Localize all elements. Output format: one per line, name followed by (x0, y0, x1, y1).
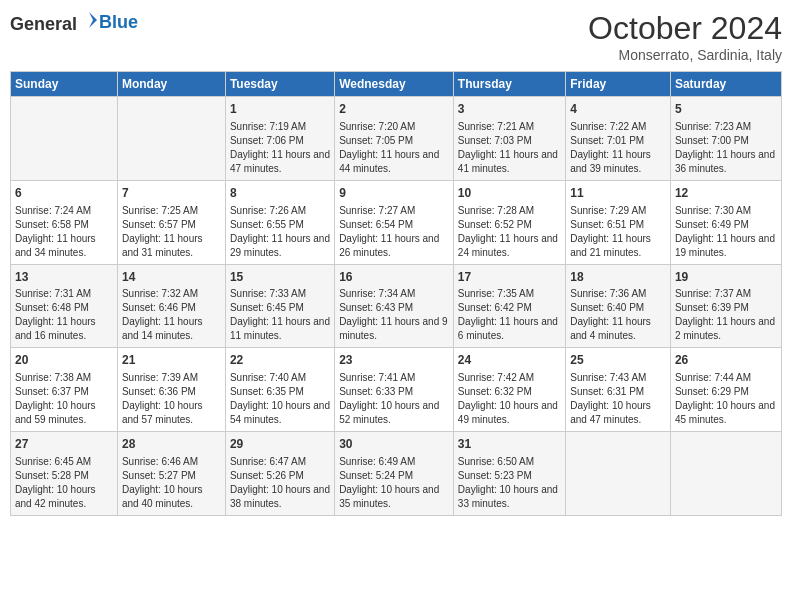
day-detail: Daylight: 11 hours and 24 minutes. (458, 232, 561, 260)
calendar-cell (670, 432, 781, 516)
day-header-wednesday: Wednesday (335, 72, 454, 97)
day-number: 19 (675, 269, 777, 286)
day-detail: Daylight: 11 hours and 4 minutes. (570, 315, 666, 343)
day-detail: Sunrise: 7:36 AM (570, 287, 666, 301)
calendar-cell: 2Sunrise: 7:20 AMSunset: 7:05 PMDaylight… (335, 97, 454, 181)
day-number: 21 (122, 352, 221, 369)
day-header-monday: Monday (117, 72, 225, 97)
day-detail: Daylight: 10 hours and 40 minutes. (122, 483, 221, 511)
day-detail: Sunset: 6:33 PM (339, 385, 449, 399)
week-row-5: 27Sunrise: 6:45 AMSunset: 5:28 PMDayligh… (11, 432, 782, 516)
calendar-cell: 31Sunrise: 6:50 AMSunset: 5:23 PMDayligh… (453, 432, 565, 516)
day-detail: Sunset: 6:32 PM (458, 385, 561, 399)
day-number: 14 (122, 269, 221, 286)
day-detail: Sunset: 6:52 PM (458, 218, 561, 232)
day-detail: Daylight: 11 hours and 44 minutes. (339, 148, 449, 176)
calendar-cell: 7Sunrise: 7:25 AMSunset: 6:57 PMDaylight… (117, 180, 225, 264)
day-number: 9 (339, 185, 449, 202)
day-detail: Sunrise: 7:31 AM (15, 287, 113, 301)
day-detail: Sunrise: 7:23 AM (675, 120, 777, 134)
day-number: 6 (15, 185, 113, 202)
calendar-cell: 18Sunrise: 7:36 AMSunset: 6:40 PMDayligh… (566, 264, 671, 348)
location-subtitle: Monserrato, Sardinia, Italy (588, 47, 782, 63)
day-detail: Sunrise: 7:24 AM (15, 204, 113, 218)
day-number: 25 (570, 352, 666, 369)
day-detail: Daylight: 11 hours and 36 minutes. (675, 148, 777, 176)
day-detail: Daylight: 11 hours and 39 minutes. (570, 148, 666, 176)
day-detail: Sunrise: 6:50 AM (458, 455, 561, 469)
day-detail: Sunset: 5:24 PM (339, 469, 449, 483)
day-detail: Sunset: 6:36 PM (122, 385, 221, 399)
day-detail: Daylight: 11 hours and 14 minutes. (122, 315, 221, 343)
day-number: 5 (675, 101, 777, 118)
calendar-cell: 29Sunrise: 6:47 AMSunset: 5:26 PMDayligh… (225, 432, 334, 516)
day-detail: Daylight: 11 hours and 19 minutes. (675, 232, 777, 260)
day-number: 4 (570, 101, 666, 118)
day-detail: Sunrise: 7:32 AM (122, 287, 221, 301)
day-number: 26 (675, 352, 777, 369)
day-detail: Sunset: 6:39 PM (675, 301, 777, 315)
day-detail: Sunset: 6:29 PM (675, 385, 777, 399)
calendar-cell: 6Sunrise: 7:24 AMSunset: 6:58 PMDaylight… (11, 180, 118, 264)
day-detail: Sunrise: 7:35 AM (458, 287, 561, 301)
week-row-1: 1Sunrise: 7:19 AMSunset: 7:06 PMDaylight… (11, 97, 782, 181)
day-detail: Sunrise: 7:37 AM (675, 287, 777, 301)
day-detail: Daylight: 10 hours and 57 minutes. (122, 399, 221, 427)
day-detail: Sunrise: 6:47 AM (230, 455, 330, 469)
day-detail: Sunset: 6:35 PM (230, 385, 330, 399)
calendar-cell: 8Sunrise: 7:26 AMSunset: 6:55 PMDaylight… (225, 180, 334, 264)
calendar-cell: 12Sunrise: 7:30 AMSunset: 6:49 PMDayligh… (670, 180, 781, 264)
day-number: 24 (458, 352, 561, 369)
day-detail: Sunset: 6:31 PM (570, 385, 666, 399)
calendar-cell: 16Sunrise: 7:34 AMSunset: 6:43 PMDayligh… (335, 264, 454, 348)
day-detail: Daylight: 11 hours and 47 minutes. (230, 148, 330, 176)
day-number: 20 (15, 352, 113, 369)
calendar-cell: 14Sunrise: 7:32 AMSunset: 6:46 PMDayligh… (117, 264, 225, 348)
month-title: October 2024 (588, 10, 782, 47)
day-detail: Sunrise: 6:46 AM (122, 455, 221, 469)
day-detail: Sunset: 6:40 PM (570, 301, 666, 315)
day-detail: Sunset: 5:27 PM (122, 469, 221, 483)
day-number: 10 (458, 185, 561, 202)
day-detail: Daylight: 10 hours and 38 minutes. (230, 483, 330, 511)
day-detail: Daylight: 11 hours and 31 minutes. (122, 232, 221, 260)
calendar-cell: 19Sunrise: 7:37 AMSunset: 6:39 PMDayligh… (670, 264, 781, 348)
day-number: 13 (15, 269, 113, 286)
calendar-cell (11, 97, 118, 181)
calendar-cell (566, 432, 671, 516)
day-detail: Daylight: 10 hours and 47 minutes. (570, 399, 666, 427)
calendar-cell: 23Sunrise: 7:41 AMSunset: 6:33 PMDayligh… (335, 348, 454, 432)
day-number: 3 (458, 101, 561, 118)
calendar-cell: 20Sunrise: 7:38 AMSunset: 6:37 PMDayligh… (11, 348, 118, 432)
day-detail: Sunset: 6:45 PM (230, 301, 330, 315)
day-detail: Sunset: 6:43 PM (339, 301, 449, 315)
calendar-cell: 26Sunrise: 7:44 AMSunset: 6:29 PMDayligh… (670, 348, 781, 432)
day-header-sunday: Sunday (11, 72, 118, 97)
day-detail: Sunrise: 7:22 AM (570, 120, 666, 134)
day-detail: Sunset: 5:23 PM (458, 469, 561, 483)
calendar-cell: 17Sunrise: 7:35 AMSunset: 6:42 PMDayligh… (453, 264, 565, 348)
day-detail: Daylight: 11 hours and 29 minutes. (230, 232, 330, 260)
day-detail: Sunrise: 7:44 AM (675, 371, 777, 385)
day-detail: Sunrise: 7:27 AM (339, 204, 449, 218)
day-detail: Daylight: 10 hours and 52 minutes. (339, 399, 449, 427)
day-detail: Sunset: 6:57 PM (122, 218, 221, 232)
day-detail: Sunrise: 7:29 AM (570, 204, 666, 218)
day-detail: Daylight: 11 hours and 16 minutes. (15, 315, 113, 343)
calendar-cell: 1Sunrise: 7:19 AMSunset: 7:06 PMDaylight… (225, 97, 334, 181)
day-number: 16 (339, 269, 449, 286)
day-detail: Sunset: 6:48 PM (15, 301, 113, 315)
day-detail: Sunrise: 7:25 AM (122, 204, 221, 218)
calendar-cell: 13Sunrise: 7:31 AMSunset: 6:48 PMDayligh… (11, 264, 118, 348)
title-block: October 2024 Monserrato, Sardinia, Italy (588, 10, 782, 63)
day-detail: Sunset: 7:03 PM (458, 134, 561, 148)
day-number: 22 (230, 352, 330, 369)
day-detail: Sunrise: 7:34 AM (339, 287, 449, 301)
day-detail: Sunrise: 7:33 AM (230, 287, 330, 301)
day-detail: Daylight: 11 hours and 2 minutes. (675, 315, 777, 343)
calendar-cell: 5Sunrise: 7:23 AMSunset: 7:00 PMDaylight… (670, 97, 781, 181)
day-number: 11 (570, 185, 666, 202)
calendar-cell: 24Sunrise: 7:42 AMSunset: 6:32 PMDayligh… (453, 348, 565, 432)
logo-blue: Blue (99, 12, 138, 32)
calendar-cell (117, 97, 225, 181)
